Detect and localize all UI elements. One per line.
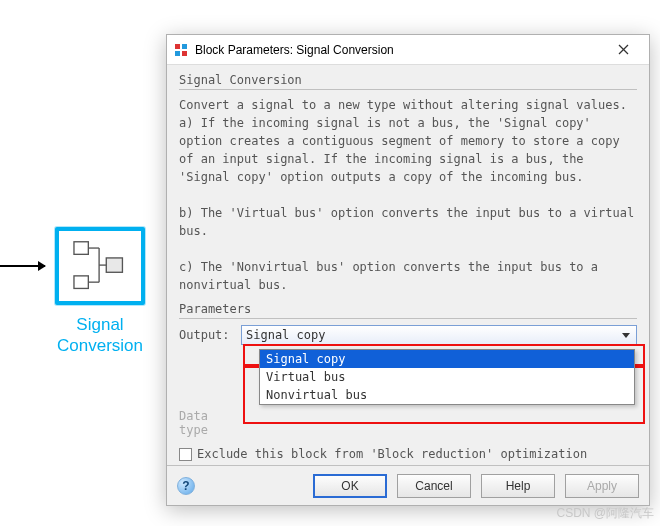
dialog-body: Signal Conversion Convert a signal to a …: [167, 65, 649, 465]
svg-rect-11: [175, 51, 180, 56]
svg-rect-12: [182, 51, 187, 56]
watermark: CSDN @阿隆汽车: [556, 505, 654, 522]
block-parameters-dialog: Block Parameters: Signal Conversion Sign…: [166, 34, 650, 506]
signal-conversion-block[interactable]: [55, 227, 145, 305]
close-icon: [618, 44, 629, 55]
block-label[interactable]: Signal Conversion: [46, 314, 154, 357]
divider: [179, 89, 637, 90]
output-value: Signal copy: [246, 328, 325, 342]
divider: [179, 318, 637, 319]
svg-rect-10: [182, 44, 187, 49]
ok-button[interactable]: OK: [313, 474, 387, 498]
section-signal-conversion-title: Signal Conversion: [179, 73, 637, 87]
close-button[interactable]: [603, 38, 643, 62]
signal-arrow: [0, 265, 45, 267]
parameters-title: Parameters: [179, 302, 637, 316]
help-button[interactable]: Help: [481, 474, 555, 498]
button-bar: ? OK Cancel Help Apply: [167, 465, 649, 505]
exclude-checkbox-row[interactable]: Exclude this block from 'Block reduction…: [179, 447, 637, 461]
bus-icon: [59, 231, 141, 301]
dropdown-option-signal-copy[interactable]: Signal copy: [260, 350, 634, 368]
dialog-title: Block Parameters: Signal Conversion: [195, 43, 603, 57]
datatype-label: Data type: [179, 409, 241, 437]
output-combobox[interactable]: Signal copy: [241, 325, 637, 345]
output-dropdown-list: Signal copy Virtual bus Nonvirtual bus: [259, 349, 635, 405]
description-text: Convert a signal to a new type without a…: [179, 96, 637, 294]
apply-button[interactable]: Apply: [565, 474, 639, 498]
svg-rect-2: [106, 258, 122, 272]
exclude-checkbox-label: Exclude this block from 'Block reduction…: [197, 447, 587, 461]
exclude-checkbox[interactable]: [179, 448, 192, 461]
dropdown-option-nonvirtual-bus[interactable]: Nonvirtual bus: [260, 386, 634, 404]
svg-rect-0: [74, 242, 88, 255]
output-label: Output:: [179, 328, 241, 342]
help-icon[interactable]: ?: [177, 477, 195, 495]
output-row: Output: Signal copy: [179, 325, 637, 345]
svg-rect-9: [175, 44, 180, 49]
dropdown-option-virtual-bus[interactable]: Virtual bus: [260, 368, 634, 386]
cancel-button[interactable]: Cancel: [397, 474, 471, 498]
simulink-icon: [173, 42, 189, 58]
datatype-row: Data type: [179, 409, 637, 437]
svg-rect-1: [74, 276, 88, 289]
titlebar[interactable]: Block Parameters: Signal Conversion: [167, 35, 649, 65]
